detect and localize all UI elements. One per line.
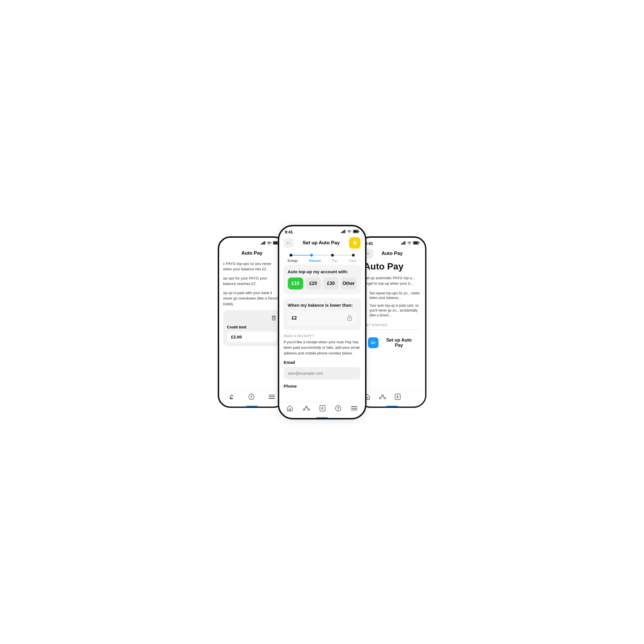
check-text-1: Your auto top-up is paid card, so you'll… xyxy=(370,303,421,318)
left-nav-pound[interactable] xyxy=(229,394,235,400)
svg-point-44 xyxy=(382,395,383,396)
left-nav-help[interactable]: ? xyxy=(248,394,255,400)
phones-wrapper: Auto Pay c PAYG top-ups so you never whe… xyxy=(218,225,427,419)
right-phone: 9:41 ← Auto Pay xyxy=(358,236,427,408)
center-stepper xyxy=(284,251,360,258)
center-status-icons xyxy=(341,230,359,234)
svg-point-23 xyxy=(349,318,350,319)
left-page-title: Auto Pay xyxy=(233,250,271,256)
svg-point-25 xyxy=(306,406,307,408)
right-content: Auto Pay Set up automatic PAYG top-u... … xyxy=(359,261,425,391)
center-status-bar: 9:41 xyxy=(279,226,365,235)
center-battery-icon xyxy=(353,230,359,234)
step-label-energy: Energy xyxy=(288,259,298,262)
right-nav-title: Auto Pay xyxy=(374,251,411,256)
credit-card: Credit limit £2.00 xyxy=(223,310,281,346)
center-nav-header: ← Set up Auto Pay xyxy=(279,235,365,251)
receipt-section-label: NEED A RECEIPT? xyxy=(284,334,360,338)
wifi-icon xyxy=(267,241,272,245)
balance-card: When my balance is lower than: £2 xyxy=(283,298,361,330)
right-nav-usage[interactable] xyxy=(379,395,386,399)
step-dot-0 xyxy=(290,254,292,257)
step-dot-1 xyxy=(310,254,313,257)
step-dot-3 xyxy=(352,254,355,257)
svg-point-45 xyxy=(384,397,386,399)
center-action-button[interactable] xyxy=(349,237,360,249)
center-bottom-bar xyxy=(316,417,328,418)
credit-limit-label: Credit limit xyxy=(227,325,247,329)
svg-line-27 xyxy=(305,407,306,409)
svg-rect-41 xyxy=(413,242,418,244)
right-signal-icon xyxy=(401,241,406,245)
center-wifi-icon xyxy=(347,230,352,234)
left-desc3: op-up is paid with your bank ll never go… xyxy=(223,290,281,307)
step-label-done: Done xyxy=(349,259,356,262)
right-status-icons xyxy=(401,241,419,245)
svg-rect-2 xyxy=(263,242,264,245)
check-item-0: ✓ Set repeat top-ups for yo... meter whe… xyxy=(364,291,421,301)
svg-rect-42 xyxy=(419,242,419,243)
step-label-amount: Amount xyxy=(309,259,321,262)
center-status-time: 9:41 xyxy=(285,230,293,234)
lock-icon xyxy=(347,314,352,322)
check-text-0: Set repeat top-ups for yo... meter when … xyxy=(370,291,421,301)
setup-btn-icon xyxy=(368,337,379,348)
svg-rect-18 xyxy=(344,230,345,233)
right-status-bar: 9:41 xyxy=(359,238,425,247)
setup-btn-label: Set up Auto Pay xyxy=(381,338,416,348)
center-nav-menu[interactable] xyxy=(351,406,357,411)
svg-rect-16 xyxy=(342,231,343,233)
scene: Auto Pay c PAYG top-ups so you never whe… xyxy=(171,213,474,431)
svg-line-46 xyxy=(381,396,382,398)
receipt-section: NEED A RECEIPT? If you'd like a receipt … xyxy=(283,334,361,389)
auto-pay-title: Auto Pay xyxy=(364,261,421,272)
svg-point-26 xyxy=(308,409,310,411)
get-started-label: GET STARTED xyxy=(364,323,421,327)
svg-point-24 xyxy=(303,409,305,411)
balance-card-title: When my balance is lower than: xyxy=(288,303,356,308)
center-nav-usage[interactable] xyxy=(303,406,310,411)
setup-autopay-button[interactable]: Set up Auto Pay xyxy=(364,333,421,352)
step-line-1 xyxy=(313,255,331,255)
svg-rect-7 xyxy=(272,316,275,320)
left-nav-header: Auto Pay xyxy=(219,247,285,261)
check-item-1: ✓ Your auto top-up is paid card, so you'… xyxy=(364,303,421,318)
svg-rect-15 xyxy=(341,232,342,233)
right-wifi-icon xyxy=(407,241,412,245)
step-label-pay: Pay xyxy=(332,259,338,262)
balance-value: £2 xyxy=(292,316,297,321)
stepper-labels: Energy Amount Pay Done xyxy=(284,258,360,265)
amount-btn-other[interactable]: Other xyxy=(341,278,356,290)
left-nav-menu[interactable] xyxy=(269,395,275,399)
left-status-bar xyxy=(219,238,285,247)
step-line-2 xyxy=(334,255,352,255)
amount-btn-30[interactable]: £30 xyxy=(323,278,339,290)
center-signal-icon xyxy=(341,230,346,234)
email-label: Email xyxy=(284,360,360,365)
center-nav-title: Set up Auto Pay xyxy=(294,240,349,246)
right-nav-pound[interactable]: £ xyxy=(395,394,401,400)
check-list: ✓ Set repeat top-ups for yo... meter whe… xyxy=(364,291,421,318)
svg-rect-1 xyxy=(262,243,263,245)
center-back-button[interactable]: ← xyxy=(284,238,294,248)
svg-rect-20 xyxy=(353,231,358,233)
svg-rect-0 xyxy=(261,243,262,245)
center-nav-pound[interactable]: £ xyxy=(320,405,325,411)
svg-point-43 xyxy=(379,397,381,399)
svg-rect-5 xyxy=(273,242,278,244)
left-desc2: op-ups for your PAYG your balance reache… xyxy=(223,276,281,287)
step-dot-2 xyxy=(331,254,334,257)
amount-btn-10[interactable]: £10 xyxy=(288,278,303,290)
center-nav-help[interactable]: ? xyxy=(335,405,341,411)
left-bottom-nav: ? xyxy=(219,391,285,404)
right-nav-header: ← Auto Pay xyxy=(359,247,425,261)
svg-rect-17 xyxy=(343,230,344,233)
email-input[interactable] xyxy=(284,367,360,380)
trash-icon[interactable] xyxy=(271,314,277,323)
svg-text:£: £ xyxy=(322,406,324,410)
divider xyxy=(364,330,421,330)
center-nav-home[interactable] xyxy=(287,405,293,411)
signal-icon xyxy=(261,241,265,245)
credit-limit-value: £2.00 xyxy=(227,332,277,342)
amount-btn-20[interactable]: £20 xyxy=(306,278,321,290)
